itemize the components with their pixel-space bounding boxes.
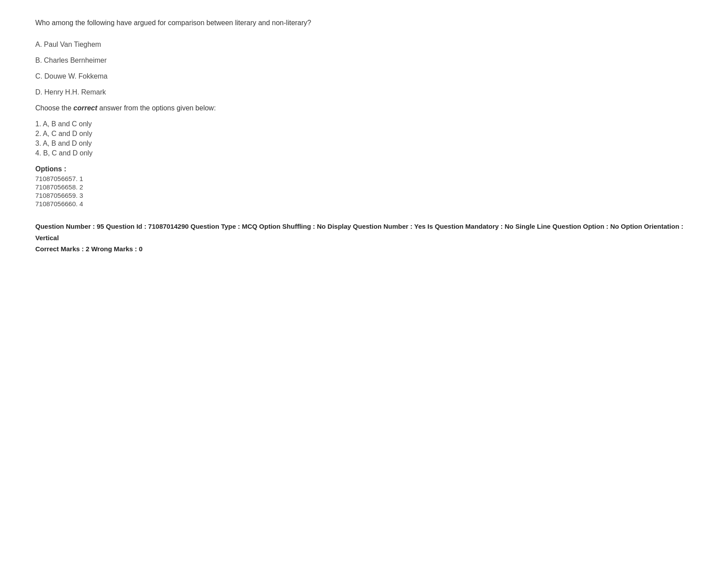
choose-bold: correct <box>73 104 97 112</box>
option-code-1: 71087056657. 1 <box>35 175 693 182</box>
answer-3: 3. A, B and D only <box>35 140 693 147</box>
choose-suffix: answer from the options given below: <box>98 104 216 112</box>
choose-prefix: Choose the <box>35 104 73 112</box>
metadata-line1: Question Number : 95 Question Id : 71087… <box>35 221 693 243</box>
answer-options: 1. A, B and C only 2. A, C and D only 3.… <box>35 120 693 157</box>
option-code-3: 71087056659. 3 <box>35 192 693 199</box>
option-b-label: B. Charles Bernheimer <box>35 57 107 64</box>
question-container: Who among the following have argued for … <box>35 18 693 255</box>
answer-4: 4. B, C and D only <box>35 149 693 157</box>
answer-2: 2. A, C and D only <box>35 130 693 138</box>
option-c: C. Douwe W. Fokkema <box>35 72 693 80</box>
option-code-4: 71087056660. 4 <box>35 200 693 208</box>
choose-instruction: Choose the correct answer from the optio… <box>35 104 693 112</box>
answer-1: 1. A, B and C only <box>35 120 693 128</box>
option-a-label: A. Paul Van Tieghem <box>35 41 101 48</box>
option-d: D. Henry H.H. Remark <box>35 88 693 96</box>
question-text: Who among the following have argued for … <box>35 18 693 28</box>
option-a: A. Paul Van Tieghem <box>35 41 693 49</box>
metadata-block: Question Number : 95 Question Id : 71087… <box>35 221 693 255</box>
metadata-line2: Correct Marks : 2 Wrong Marks : 0 <box>35 243 693 255</box>
options-label: Options : <box>35 165 693 173</box>
option-code-2: 71087056658. 2 <box>35 183 693 191</box>
option-b: B. Charles Bernheimer <box>35 57 693 64</box>
option-d-label: D. Henry H.H. Remark <box>35 88 106 96</box>
option-c-label: C. Douwe W. Fokkema <box>35 72 108 80</box>
